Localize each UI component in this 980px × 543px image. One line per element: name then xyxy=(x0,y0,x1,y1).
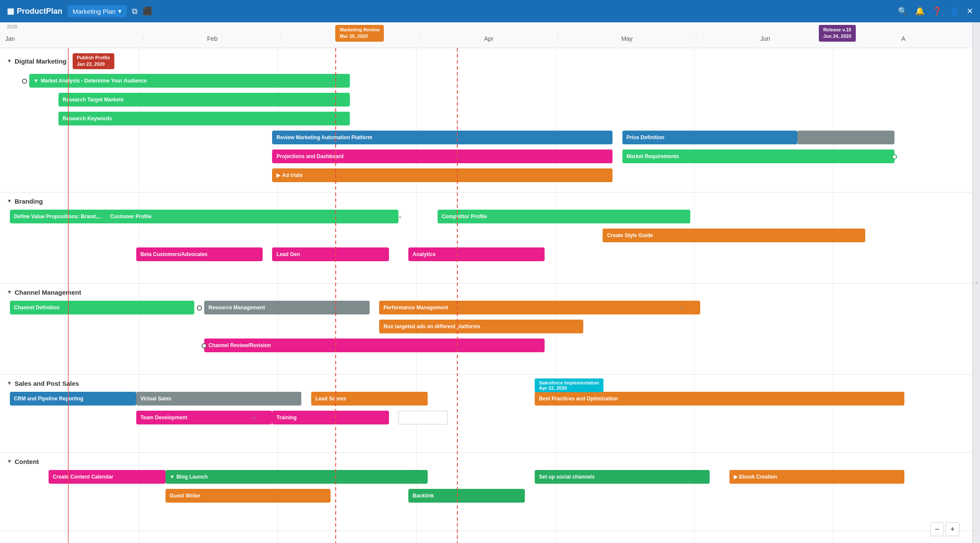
bar-row-projections: Projections and Dashboard Market Require… xyxy=(0,148,972,165)
bar-channel-definition[interactable]: Channel Definition xyxy=(10,301,195,314)
bar-market-analysis[interactable]: ▼ Market Analysis - Determine Your Audie… xyxy=(29,74,350,88)
section-label: Branding xyxy=(15,198,43,205)
chevron-icon: ▼ xyxy=(7,58,12,64)
bar-ebook-creation[interactable]: ▶ Ebook Creation xyxy=(729,470,904,484)
chevron-icon: ▼ xyxy=(170,474,175,480)
bar-row-define-value: Define Value Propositions: Brand,... Cus… xyxy=(0,208,972,225)
bar-market-requirements[interactable]: Market Requirements xyxy=(622,149,894,163)
brand-logo: ▦ ProductPlan xyxy=(7,6,62,16)
bar-set-up-social-channels[interactable]: Set up social channels xyxy=(535,470,710,484)
bar-crm-pipeline[interactable]: CRM and Pipeline Reporting xyxy=(10,392,136,406)
bar-row-guest-writer: Guest Writer Backlink xyxy=(0,488,972,504)
bar-price-definition[interactable]: Price Definition xyxy=(622,131,797,144)
bar-row-content-calendar: Create Content Calendar ▼ Blog Launch Se… xyxy=(0,469,972,485)
bell-icon[interactable]: 🔔 xyxy=(915,6,925,16)
close-icon[interactable]: ✕ xyxy=(967,6,973,16)
bar-projections-dashboard[interactable]: Projections and Dashboard xyxy=(272,149,612,163)
chevron-icon: ▼ xyxy=(34,78,39,84)
milestone-marketing-review: Marketing ReviewMar 25, 2020 xyxy=(335,25,384,42)
section-title-content: ▼ Content xyxy=(0,456,972,469)
bar-row-run-targeted-ads: Run targeted ads on different platforms xyxy=(0,318,972,335)
bar-training[interactable]: Training xyxy=(272,411,389,424)
bar-review-marketing-automation[interactable]: Review Marketing Automation Platform xyxy=(272,131,612,144)
milestone-release: Release v.10Jun 24, 2020 xyxy=(819,25,855,42)
section-title-digital-marketing: ▼ Digital Marketing Publish ProfileJan 2… xyxy=(0,52,972,73)
question-icon[interactable]: ❓ xyxy=(932,6,942,16)
bar-define-value-propositions[interactable]: Define Value Propositions: Brand,... Cus… xyxy=(10,210,399,223)
chevron-icon: ▼ xyxy=(7,198,12,204)
bar-beta-customers[interactable]: Beta Customers/Advocates xyxy=(136,247,263,261)
bar-research-target-markets[interactable]: Research Target Markets xyxy=(58,93,350,107)
zoom-controls: − + xyxy=(930,522,959,536)
section-channel-management: ▼ Channel Management Channel Definition … xyxy=(0,284,972,375)
bar-analytics[interactable]: Analytics xyxy=(408,247,545,261)
bar-blog-launch[interactable]: ▼ Blog Launch xyxy=(165,470,428,484)
branding-bars: Define Value Propositions: Brand,... Cus… xyxy=(0,208,972,277)
bar-create-style-guide[interactable]: Create Style Guide xyxy=(603,229,865,242)
bar-team-development[interactable]: Team Development xyxy=(136,411,273,424)
nav-icons: 🔍 🔔 ❓ 👤 ✕ xyxy=(898,6,973,16)
zoom-in-button[interactable]: + xyxy=(946,522,959,536)
zoom-out-button[interactable]: − xyxy=(930,522,944,536)
bar-row-market-analysis: ▼ Market Analysis - Determine Your Audie… xyxy=(0,73,972,89)
bar-row-research-keywords: Research Keywords xyxy=(0,110,972,127)
bar-row-ad-trials: ▶ Ad trials xyxy=(0,167,972,183)
section-label: Sales and Post Sales xyxy=(15,380,79,387)
copy-icon[interactable]: ⧉ xyxy=(132,7,138,16)
save-icon[interactable]: ⬛ xyxy=(143,6,152,16)
publish-profile-badge: Publish ProfileJan 22, 2020 xyxy=(73,53,114,69)
bar-backlink[interactable]: Backlink xyxy=(408,489,525,503)
bar-create-content-calendar[interactable]: Create Content Calendar xyxy=(49,470,165,484)
bar-row-channel-definition: Channel Definition Resource Management P… xyxy=(0,299,972,316)
channel-management-bars: Channel Definition Resource Management P… xyxy=(0,299,972,368)
plan-name: Marketing Plan xyxy=(73,8,116,15)
bar-row-team-dev: Team Development ≡ Training xyxy=(0,409,972,426)
section-title-sales: ▼ Sales and Post Sales xyxy=(0,378,972,390)
bar-resource-management[interactable]: Resource Management xyxy=(204,301,370,314)
salesforce-badge: Salesforce ImplementationApr 22, 2020 xyxy=(535,378,603,392)
bar-channel-review[interactable]: Channel Review/Revision xyxy=(204,339,545,352)
main-area: 2020 Jan Feb Mar Apr May Jun A Marketing… xyxy=(0,22,980,543)
chevron-down-icon: ▾ xyxy=(118,7,122,15)
month-apr: Apr xyxy=(420,35,558,42)
bar-price-definition-ext[interactable] xyxy=(797,131,894,144)
section-label: Channel Management xyxy=(15,289,81,296)
bar-row-create-style-guide: Create Style Guide xyxy=(0,227,972,244)
bar-row-channel-review: Channel Review/Revision xyxy=(0,337,972,354)
section-title-branding: ▼ Branding xyxy=(0,196,972,208)
bar-research-keywords[interactable]: Research Keywords xyxy=(58,112,350,125)
content-bars: Create Content Calendar ▼ Blog Launch Se… xyxy=(0,469,972,525)
bar-ad-trials[interactable]: ▶ Ad trials xyxy=(272,168,612,182)
bar-row-crm: CRM and Pipeline Reporting Virtual Sales… xyxy=(0,390,972,407)
user-icon[interactable]: 👤 xyxy=(949,6,959,16)
chevron-right-icon: › xyxy=(976,280,977,286)
circle-marker-2 xyxy=(892,154,897,159)
chevron-icon: ▼ xyxy=(7,380,12,386)
chevron-icon: ▼ xyxy=(7,458,12,464)
section-label: Content xyxy=(15,458,39,465)
timeline-header: 2020 Jan Feb Mar Apr May Jun A Marketing… xyxy=(0,22,972,48)
bar-best-practices[interactable]: Best Practices and Optimization xyxy=(535,392,904,406)
bar-performance-management[interactable]: Performance Management xyxy=(379,301,700,314)
grid-icon: ▦ xyxy=(7,6,14,16)
bar-lead-gen[interactable]: Lead Gen xyxy=(272,247,389,261)
bar-row-research-target: Research Target Markets xyxy=(0,92,972,108)
section-digital-marketing: ▼ Digital Marketing Publish ProfileJan 2… xyxy=(0,48,972,192)
timeline-area: 2020 Jan Feb Mar Apr May Jun A Marketing… xyxy=(0,22,972,543)
chevron-icon: ▼ xyxy=(7,289,12,295)
search-icon[interactable]: 🔍 xyxy=(898,6,907,16)
sales-bars: CRM and Pipeline Reporting Virtual Sales… xyxy=(0,390,972,446)
expand-icon: ▶ xyxy=(276,172,280,178)
month-jan: Jan xyxy=(0,35,143,42)
plan-selector[interactable]: Marketing Plan ▾ xyxy=(67,5,127,17)
sidebar-collapse-handle[interactable]: › xyxy=(972,22,980,543)
month-jun: Jun xyxy=(696,35,834,42)
brand-name: ProductPlan xyxy=(17,7,62,16)
bar-virtual-sales[interactable]: Virtual Sales xyxy=(136,392,302,406)
bar-lead-scores[interactable]: Lead Scores xyxy=(311,392,428,406)
bar-run-targeted-ads[interactable]: Run targeted ads on different platforms xyxy=(379,320,583,333)
bar-guest-writer[interactable]: Guest Writer xyxy=(165,489,331,503)
bar-competitor-profile[interactable]: Competitor Profile xyxy=(438,210,690,223)
bar-row-beta-customers: Beta Customers/Advocates Lead Gen Analyt… xyxy=(0,246,972,262)
bar-row-review-marketing: Review Marketing Automation Platform Pri… xyxy=(0,129,972,146)
